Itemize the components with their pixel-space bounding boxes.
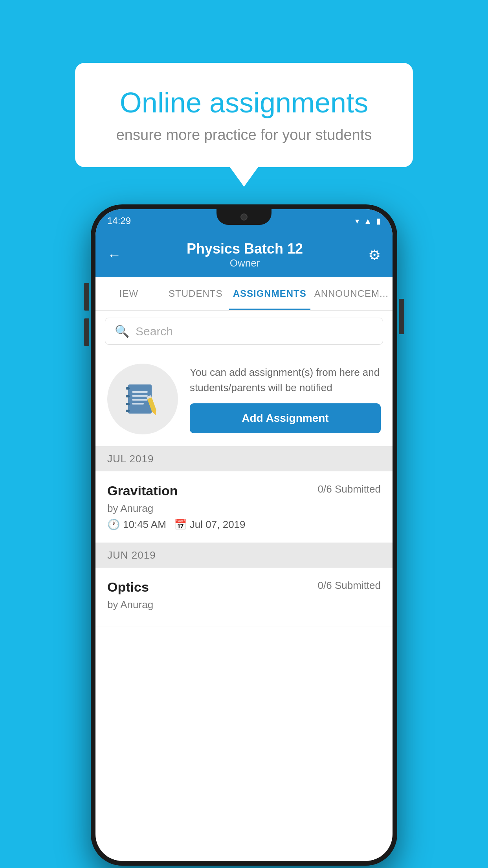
svg-rect-6 — [126, 395, 130, 397]
promo-description: You can add assignment(s) from here and … — [190, 365, 381, 395]
wifi-icon: ▾ — [355, 216, 359, 226]
assignment-top-row: Gravitation 0/6 Submitted — [107, 483, 381, 498]
section-header-jun: JUN 2019 — [95, 543, 393, 568]
svg-rect-5 — [126, 387, 130, 390]
signal-icon: ▲ — [364, 217, 372, 226]
status-icons: ▾ ▲ ▮ — [355, 216, 381, 226]
assignment-submitted-optics: 0/6 Submitted — [318, 579, 381, 592]
speech-bubble-subtitle: ensure more practice for your students — [103, 127, 385, 143]
add-assignment-button[interactable]: Add Assignment — [190, 403, 381, 433]
svg-rect-8 — [126, 410, 130, 412]
search-bar: 🔍 Search — [95, 311, 393, 352]
power-button — [399, 299, 404, 334]
assignment-top-row-optics: Optics 0/6 Submitted — [107, 579, 381, 595]
assignment-time-gravitation: 10:45 AM — [123, 519, 166, 531]
assignment-submitted-gravitation: 0/6 Submitted — [318, 483, 381, 495]
app-header: ← Physics Batch 12 Owner ⚙ — [95, 233, 393, 277]
section-header-jul: JUL 2019 — [95, 447, 393, 471]
tab-announcements[interactable]: ANNOUNCEM... — [310, 277, 393, 310]
battery-icon: ▮ — [376, 216, 381, 226]
svg-rect-3 — [132, 399, 148, 401]
assignment-name-gravitation: Gravitation — [107, 483, 178, 498]
phone-device: 14:29 ▾ ▲ ▮ ← Physics Batch 12 Owner ⚙ — [91, 204, 397, 866]
assignment-author-gravitation: by Anurag — [107, 502, 381, 515]
clock-icon: 🕐 — [107, 519, 120, 531]
tabs-bar: IEW STUDENTS ASSIGNMENTS ANNOUNCEM... — [95, 277, 393, 311]
volume-up-button — [84, 283, 89, 311]
meta-date-gravitation: 📅 Jul 07, 2019 — [174, 519, 246, 531]
tab-iew[interactable]: IEW — [95, 277, 162, 310]
search-icon: 🔍 — [115, 324, 129, 338]
speech-bubble-container: Online assignments ensure more practice … — [75, 63, 413, 187]
notebook-icon — [125, 381, 160, 417]
speech-bubble-arrow — [230, 167, 258, 187]
svg-rect-1 — [132, 391, 148, 393]
status-time: 14:29 — [107, 215, 131, 226]
assignment-meta-gravitation: 🕐 10:45 AM 📅 Jul 07, 2019 — [107, 519, 381, 531]
screen-content: 🔍 Search — [95, 311, 393, 861]
header-center: Physics Batch 12 Owner — [187, 241, 303, 269]
camera-dot — [240, 213, 248, 221]
assignment-item-optics[interactable]: Optics 0/6 Submitted by Anurag — [95, 568, 393, 627]
promo-icon-circle — [107, 364, 178, 434]
tab-assignments[interactable]: ASSIGNMENTS — [229, 277, 310, 310]
svg-rect-2 — [132, 395, 148, 397]
svg-rect-7 — [126, 403, 130, 405]
header-title: Physics Batch 12 — [187, 241, 303, 257]
promo-section: You can add assignment(s) from here and … — [95, 352, 393, 447]
status-bar: 14:29 ▾ ▲ ▮ — [95, 209, 393, 233]
speech-bubble: Online assignments ensure more practice … — [75, 63, 413, 167]
assignment-author-optics: by Anurag — [107, 599, 381, 611]
settings-icon[interactable]: ⚙ — [368, 247, 381, 263]
meta-time-gravitation: 🕐 10:45 AM — [107, 519, 166, 531]
phone-notch — [216, 209, 272, 225]
svg-rect-4 — [132, 403, 144, 405]
assignment-name-optics: Optics — [107, 579, 149, 595]
promo-text-area: You can add assignment(s) from here and … — [190, 365, 381, 433]
phone-outer-frame: 14:29 ▾ ▲ ▮ ← Physics Batch 12 Owner ⚙ — [91, 204, 397, 866]
header-subtitle: Owner — [187, 257, 303, 269]
calendar-icon: 📅 — [174, 519, 187, 531]
speech-bubble-title: Online assignments — [103, 86, 385, 119]
back-button[interactable]: ← — [107, 247, 121, 263]
search-input-container[interactable]: 🔍 Search — [105, 318, 383, 345]
volume-down-button — [84, 318, 89, 346]
phone-screen: 14:29 ▾ ▲ ▮ ← Physics Batch 12 Owner ⚙ — [95, 209, 393, 861]
tab-students[interactable]: STUDENTS — [162, 277, 229, 310]
search-placeholder: Search — [136, 325, 173, 338]
assignment-item-gravitation[interactable]: Gravitation 0/6 Submitted by Anurag 🕐 10… — [95, 471, 393, 543]
assignment-date-gravitation: Jul 07, 2019 — [190, 519, 246, 531]
